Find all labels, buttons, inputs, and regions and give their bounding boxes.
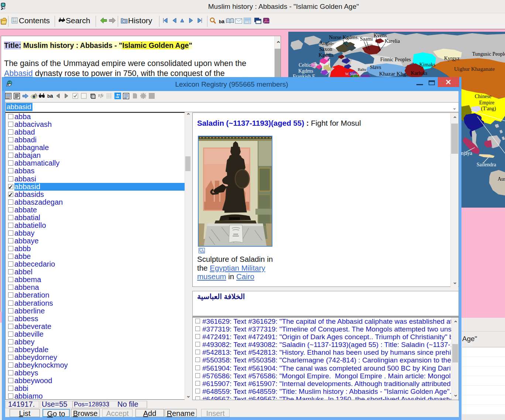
svg-text:Kgdms: Kgdms (298, 68, 313, 74)
svg-text:Kimaks: Kimaks (419, 62, 436, 67)
svg-text:Uighur Khaganate: Uighur Khaganate (454, 66, 495, 72)
svg-text:Khazar Khg.: Khazar Khg. (379, 71, 408, 77)
svg-text:(T'ang): (T'ang) (481, 106, 496, 112)
svg-text:Slavs: Slavs (370, 65, 381, 70)
svg-text:Saxon: Saxon (319, 46, 332, 52)
svg-text:Tungusic Peoples: Tungusic Peoples (472, 51, 505, 57)
svg-text:Celtic: Celtic (299, 62, 311, 68)
svg-text:Anglo-: Anglo- (319, 41, 334, 46)
svg-text:?: ? (265, 18, 267, 22)
svg-text:W. Slavs: W. Slavs (345, 72, 358, 76)
svg-text:Empire: Empire (479, 100, 494, 105)
svg-text:Chinese: Chinese (475, 94, 491, 99)
svg-text:Kvens: Kvens (374, 33, 387, 38)
svg-text:Sailendra: Sailendra (477, 162, 497, 167)
svg-text:Kgdms: Kgdms (319, 52, 333, 58)
svg-text:Karluks: Karluks (411, 70, 427, 76)
svg-text:Aus: Aus (498, 176, 505, 182)
svg-text:Kyrgyz: Kyrgyz (444, 56, 460, 61)
svg-text:Norse Kgdms.: Norse Kgdms. (329, 35, 359, 40)
svg-text:Balts: Balts (358, 67, 366, 72)
svg-text:Saami: Saami (360, 36, 373, 42)
svg-text:Finnic Peoples: Finnic Peoples (380, 57, 411, 62)
svg-text:Karelia: Karelia (385, 38, 400, 44)
svg-text:njaya: njaya (461, 150, 473, 156)
